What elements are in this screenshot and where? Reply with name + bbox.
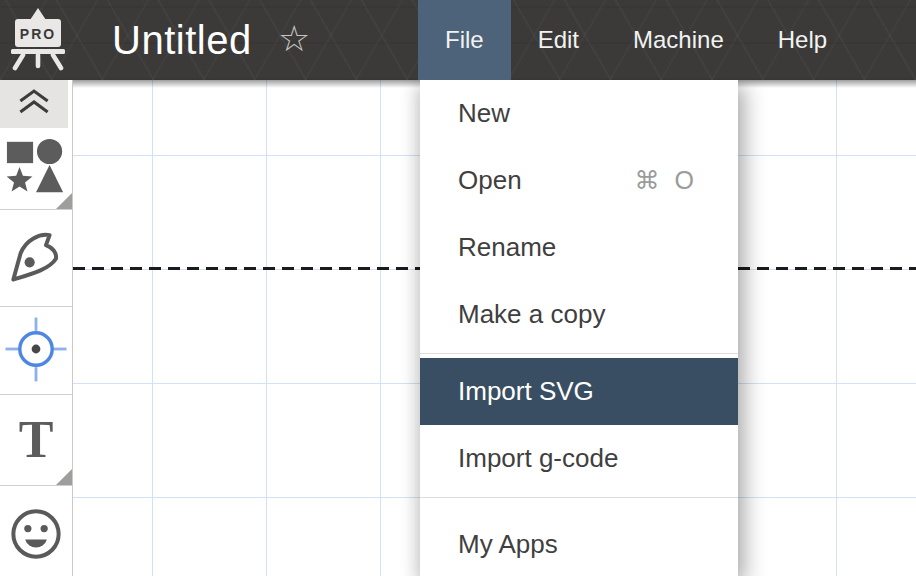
favorite-star-icon[interactable]: ☆	[278, 0, 310, 78]
file-menu-group-2: Import SVG Import g-code	[420, 358, 738, 492]
shapes-icon	[5, 136, 67, 202]
keyboard-shortcut-label: ⌘ O	[635, 166, 698, 195]
text-tool-button[interactable]: T	[0, 395, 72, 486]
smiley-icon	[7, 505, 65, 567]
clipart-tool-button[interactable]	[0, 486, 72, 576]
menu-item-label: Open	[458, 165, 522, 196]
menu-item-rename[interactable]: Rename	[420, 214, 738, 281]
flyout-corner-icon	[56, 193, 72, 209]
menu-item-my-apps[interactable]: My Apps	[420, 511, 738, 576]
menubar-item-help[interactable]: Help	[751, 0, 854, 80]
file-menu-dropdown: New Open ⌘ O Rename Make a copy Import S…	[420, 80, 738, 576]
top-app-bar: PRO Untitled ☆ File Edit Machine Help	[0, 0, 916, 80]
menubar-item-label: File	[445, 26, 484, 54]
menu-item-make-a-copy[interactable]: Make a copy	[420, 281, 738, 348]
menu-item-label: My Apps	[458, 529, 558, 560]
shapes-tool-button[interactable]	[0, 128, 72, 210]
menubar-item-label: Edit	[538, 26, 579, 54]
menu-item-label: Import SVG	[458, 376, 594, 407]
menu-item-label: Import g-code	[458, 443, 618, 474]
menubar-item-edit[interactable]: Edit	[511, 0, 606, 80]
crosshair-target-icon	[3, 308, 69, 394]
pro-badge-label: PRO	[20, 26, 56, 42]
menubar-item-label: Machine	[633, 26, 724, 54]
file-menu-group-1: New Open ⌘ O Rename Make a copy	[420, 80, 738, 348]
menubar-item-label: Help	[778, 26, 827, 54]
menubar: File Edit Machine Help	[418, 0, 854, 80]
menubar-item-machine[interactable]: Machine	[606, 0, 751, 80]
menu-separator	[420, 497, 738, 498]
menu-item-open[interactable]: Open ⌘ O	[420, 147, 738, 214]
document-title[interactable]: Untitled	[112, 18, 252, 63]
menu-item-import-svg[interactable]: Import SVG	[420, 358, 738, 425]
collapse-toolbar-button[interactable]	[0, 80, 68, 128]
double-chevron-up-icon	[14, 88, 54, 120]
menu-item-label: New	[458, 98, 510, 129]
menu-item-new[interactable]: New	[420, 80, 738, 147]
menu-separator	[420, 353, 738, 354]
easel-pro-logo[interactable]: PRO	[10, 7, 66, 71]
tool-sidebar: T	[0, 80, 73, 576]
menu-item-import-gcode[interactable]: Import g-code	[420, 425, 738, 492]
menubar-item-file[interactable]: File	[418, 0, 511, 80]
pen-nib-icon	[7, 227, 65, 289]
menu-item-label: Make a copy	[458, 299, 605, 330]
menu-item-label: Rename	[458, 232, 556, 263]
flyout-corner-icon	[56, 469, 72, 485]
text-icon: T	[19, 414, 54, 466]
drill-origin-tool-button[interactable]	[0, 307, 72, 395]
file-menu-group-3: My Apps	[420, 502, 738, 576]
pen-tool-button[interactable]	[0, 210, 72, 307]
